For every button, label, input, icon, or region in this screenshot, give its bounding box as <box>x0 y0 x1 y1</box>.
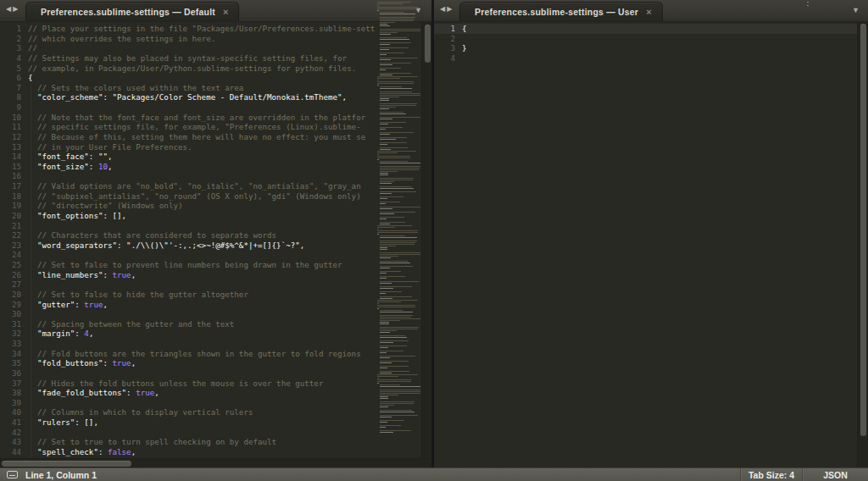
line-number: 21 <box>0 221 21 231</box>
next-tab-icon[interactable]: ▶ <box>13 5 19 13</box>
code-line[interactable]: 2// which overrides the settings in here… <box>0 34 432 44</box>
indent-guide <box>31 407 31 417</box>
code-line[interactable]: 1{ <box>434 24 868 34</box>
code-line[interactable]: 19// "directwrite" (Windows only) <box>0 201 432 211</box>
indent-guide <box>31 437 31 447</box>
code-line[interactable]: 29"gutter": true, <box>0 300 432 310</box>
code-line[interactable]: 15"font_size": 10, <box>0 162 432 172</box>
line-number: 1 <box>434 24 455 34</box>
scrollbar-thumb[interactable] <box>860 24 866 436</box>
code-line[interactable]: 35"fold_buttons": true, <box>0 358 432 368</box>
code-line[interactable]: 9 <box>0 102 432 113</box>
code-line[interactable]: 7// Sets the colors used within the text… <box>0 83 432 93</box>
scrollbar-thumb[interactable] <box>425 25 431 63</box>
indent-guide <box>31 379 31 389</box>
token-comment: // Settings may also be placed in syntax… <box>28 53 347 63</box>
line-number: 29 <box>0 300 21 310</box>
code-line[interactable]: 1// Place your settings in the file "Pac… <box>0 24 432 34</box>
code-line[interactable]: 16 <box>0 171 432 181</box>
line-number: 37 <box>0 379 21 389</box>
code-line[interactable]: 43// Set to true to turn spell checking … <box>0 437 432 447</box>
code-line[interactable]: 22// Characters that are considered to s… <box>0 230 432 240</box>
code-text: // specific settings file, for example, … <box>28 122 361 132</box>
scrollbar-thumb[interactable] <box>2 461 131 467</box>
code-line[interactable]: 32"margin": 4, <box>0 329 432 339</box>
code-line[interactable]: 4// Settings may also be placed in synta… <box>0 53 432 64</box>
code-line[interactable]: 28// Set to false to hide the gutter alt… <box>0 290 432 300</box>
next-tab-icon[interactable]: ▶ <box>447 5 453 13</box>
editor-user-settings[interactable]: 1{23}4 <box>434 22 868 467</box>
close-icon[interactable]: × <box>646 7 651 17</box>
line-number: 43 <box>0 437 21 447</box>
code-text: // Characters that are considered to sep… <box>28 230 276 240</box>
code-line[interactable]: 36 <box>0 368 432 379</box>
editor-default-settings[interactable]: 1// Place your settings in the file "Pac… <box>0 22 432 458</box>
token-comment: // which overrides the settings in here. <box>28 34 215 43</box>
code-line[interactable]: 21 <box>0 221 432 231</box>
code-line[interactable]: 10// Note that the font_face and font_si… <box>0 113 432 123</box>
code-line[interactable]: 27 <box>0 279 432 290</box>
code-line[interactable]: 44"spell_check": false, <box>0 447 432 457</box>
code-line[interactable]: 13// in your User File Preferences. <box>0 142 432 152</box>
code-lines-left[interactable]: 1// Place your settings in the file "Pac… <box>0 24 432 457</box>
code-line[interactable]: 14"font_face": "", <box>0 152 432 162</box>
line-number: 9 <box>0 102 21 113</box>
line-number: 31 <box>0 319 21 329</box>
code-lines-right[interactable]: 1{23}4 <box>434 24 868 64</box>
cursor-position: Line 1, Column 1 <box>25 470 97 480</box>
syntax-selector[interactable]: JSON <box>802 468 868 481</box>
token-comment: // Hides the fold buttons unless the mou… <box>37 379 323 388</box>
line-number: 26 <box>0 270 21 280</box>
indent-guide <box>31 319 31 329</box>
code-line[interactable]: 5// example, in Packages/User/Python.sub… <box>0 64 432 74</box>
code-text: } <box>462 43 467 53</box>
code-line[interactable]: 34// Fold buttons are the triangles show… <box>0 349 432 359</box>
code-line[interactable]: 20"font_options": [], <box>0 211 432 221</box>
code-line[interactable]: 6{ <box>0 73 432 83</box>
line-number: 20 <box>0 211 21 221</box>
code-line[interactable]: 3} <box>434 43 868 53</box>
tab-preferences-user[interactable]: Preferences.sublime-settings — User × <box>459 2 663 21</box>
token-plain: "rulers": [], <box>37 417 98 427</box>
vertical-scrollbar-right[interactable] <box>857 22 868 467</box>
code-line[interactable]: 18// "subpixel_antialias", "no_round" (O… <box>0 191 432 202</box>
token-comment: // Note that the font_face and font_size… <box>37 113 365 122</box>
code-line[interactable]: 30 <box>0 309 432 319</box>
prev-tab-icon[interactable]: ◀ <box>6 5 13 13</box>
code-line[interactable]: 24 <box>0 250 432 260</box>
code-line[interactable]: 26"line_numbers": true, <box>0 270 432 280</box>
minimap-left[interactable] <box>376 2 421 436</box>
code-line[interactable]: 40// Columns in which to display vertica… <box>0 407 432 417</box>
spell-check-icon[interactable] <box>7 471 18 478</box>
code-line[interactable]: 39 <box>0 398 432 408</box>
code-line[interactable]: 33 <box>0 339 432 349</box>
code-line[interactable]: 4 <box>434 53 868 64</box>
prev-tab-icon[interactable]: ◀ <box>440 5 447 13</box>
minimap-right[interactable] <box>805 2 854 436</box>
token-comment: // <box>28 43 37 53</box>
tab-nav-arrows[interactable]: ◀▶ <box>440 5 453 13</box>
indent-guide <box>31 152 31 162</box>
tab-size-selector[interactable]: Tab Size: 4 <box>740 468 802 481</box>
indent-guide <box>31 329 31 339</box>
code-line[interactable]: 25// Set to false to prevent line number… <box>0 260 432 270</box>
code-line[interactable]: 2 <box>434 34 868 44</box>
code-line[interactable]: 12// Because of this, setting them here … <box>0 132 432 142</box>
tab-preferences-default[interactable]: Preferences.sublime-settings — Default × <box>25 2 239 21</box>
token-plain: "color_scheme": "Packages/Color Scheme -… <box>37 92 347 102</box>
code-line[interactable]: 31// Spacing between the gutter and the … <box>0 319 432 329</box>
code-line[interactable]: 11// specific settings file, for example… <box>0 122 432 132</box>
close-icon[interactable]: × <box>223 7 228 17</box>
token-comment: // Set to false to hide the gutter altog… <box>37 290 248 299</box>
code-line[interactable]: 3// <box>0 43 432 53</box>
tab-nav-arrows[interactable]: ◀▶ <box>6 5 19 13</box>
code-line[interactable]: 41"rulers": [], <box>0 417 432 428</box>
code-line[interactable]: 42 <box>0 428 432 438</box>
code-line[interactable]: 8"color_scheme": "Packages/Color Scheme … <box>0 92 432 102</box>
code-line[interactable]: 23"word_separators": "./\\()\"'-:,.;<>~!… <box>0 240 432 251</box>
code-line[interactable]: 38"fade_fold_buttons": true, <box>0 388 432 398</box>
horizontal-scrollbar-left[interactable] <box>0 458 432 467</box>
code-line[interactable]: 17// Valid options are "no_bold", "no_it… <box>0 181 432 191</box>
indent-guide <box>31 388 31 398</box>
code-line[interactable]: 37// Hides the fold buttons unless the m… <box>0 379 432 389</box>
